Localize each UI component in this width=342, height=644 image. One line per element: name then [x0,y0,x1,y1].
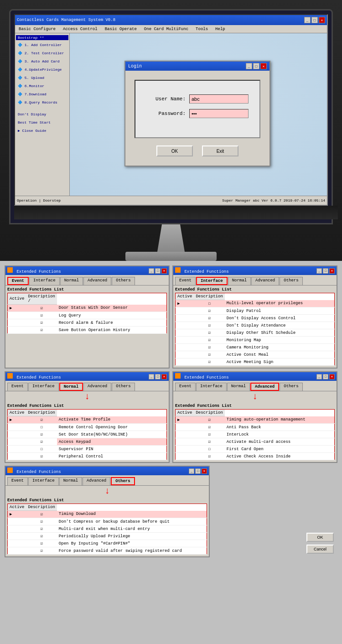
tab-others-advanced[interactable]: Advanced [83,477,110,485]
sidebar-update-privilege[interactable]: 🔷 4.UpdatePrivilege [16,66,68,74]
tab-event-advanced[interactable]: Advanced [83,277,111,285]
row-check[interactable]: ☑ [26,533,57,540]
row-check[interactable]: ☑ [194,344,224,351]
row-check[interactable]: ☑ [194,358,224,366]
row-check[interactable]: ☑ [26,416,57,424]
row-check[interactable]: ☐ [194,300,224,307]
panel-others-minimize[interactable]: _ [189,468,194,474]
row-check[interactable]: ☑ [194,315,224,322]
panel-normal-minimize[interactable]: _ [149,374,154,379]
row-check[interactable]: ☑ [194,416,224,424]
tab-interface-event[interactable]: Event [175,277,196,285]
row-check[interactable]: ☑ [26,327,57,334]
tab-others-normal[interactable]: Normal [59,477,82,485]
panel-others-maximize[interactable]: □ [195,468,201,474]
tab-event-normal[interactable]: Normal [60,277,83,285]
panel-advanced-maximize[interactable]: □ [323,374,328,379]
password-input[interactable] [189,109,249,118]
row-check[interactable]: ☑ [194,351,224,358]
tab-event-interface[interactable]: Interface [29,277,60,285]
tab-advanced-normal[interactable]: Normal [227,383,250,391]
sidebar-query-records[interactable]: 🔷 8.Query Records [16,99,68,107]
tab-interface-interface[interactable]: Interface [196,277,228,285]
panel-advanced-minimize[interactable]: _ [316,374,322,379]
login-exit-button[interactable]: Exit [202,145,238,156]
tab-interface-others[interactable]: Others [280,277,302,285]
tab-normal-others[interactable]: Others [112,383,135,391]
sidebar-auto-add-card[interactable]: 🔷 3. Auto Add Card [16,57,68,66]
panel-interface-close[interactable]: ✕ [329,268,335,274]
minimize-btn[interactable]: _ [304,17,311,23]
row-check[interactable]: ☐ [194,446,224,453]
panel-event-close[interactable]: ✕ [161,268,167,274]
login-maximize[interactable]: □ [253,63,259,69]
panel-interface-minimize[interactable]: _ [316,268,322,274]
row-check[interactable]: ☑ [194,453,224,460]
login-close[interactable]: ✕ [260,63,267,69]
row-check[interactable]: ☑ [26,312,57,319]
tab-others-event[interactable]: Event [7,477,28,485]
row-check[interactable]: ☑ [194,438,224,446]
tab-advanced-advanced[interactable]: Advanced [250,383,279,391]
tab-normal-interface[interactable]: Interface [28,383,59,391]
row-check[interactable]: ☑ [194,307,224,315]
row-check[interactable]: ☐ [26,424,57,431]
row-check[interactable]: ☑ [26,453,57,460]
tab-event-event[interactable]: Event [7,277,29,285]
tab-normal-advanced[interactable]: Advanced [83,383,111,391]
row-check[interactable]: ☑ [26,431,57,438]
menu-tools[interactable]: Tools [194,27,210,31]
sidebar-dont-display[interactable]: Don't Display [16,110,68,119]
row-check[interactable]: ☑ [26,540,57,547]
panel-normal-close[interactable]: ✕ [161,374,167,379]
panel-interface-maximize[interactable]: □ [323,268,328,274]
maximize-btn[interactable]: □ [311,17,318,23]
login-minimize[interactable]: _ [246,63,252,69]
panel-others-close[interactable]: ✕ [202,468,207,474]
sidebar-best-time-start[interactable]: Best Time Start [16,119,68,127]
row-check[interactable]: ☑ [26,525,57,533]
menu-basic-configure[interactable]: Basic Configure [17,27,57,31]
tab-others-others[interactable]: Others [111,477,135,485]
sidebar-test-controller[interactable]: 🔷 2. Test Controller [16,49,68,57]
tab-interface-normal[interactable]: Normal [228,277,251,285]
row-check[interactable]: ☐ [26,446,57,453]
sidebar-monitor[interactable]: 🔷 6.Monitor [16,82,68,90]
menu-one-card[interactable]: One Card MultiFunc [142,27,190,31]
row-check[interactable]: ☑ [194,424,224,431]
row-check[interactable]: ☑ [26,305,57,312]
tab-normal-normal[interactable]: Normal [59,383,83,391]
sidebar-download[interactable]: 🔷 7.Download [16,90,68,99]
tab-advanced-interface[interactable]: Interface [196,383,227,391]
menu-access-control[interactable]: Access Control [61,27,99,31]
sidebar-upload[interactable]: 🔷 5. Upload [16,74,68,82]
tab-event-others[interactable]: Others [112,277,135,285]
panel-event-minimize[interactable]: _ [149,268,154,274]
tab-interface-advanced[interactable]: Advanced [251,277,279,285]
ok-button[interactable]: OK [306,533,334,542]
row-check[interactable]: ☑ [26,511,57,518]
panel-advanced-close[interactable]: ✕ [329,374,335,379]
row-check[interactable]: ☑ [194,337,224,344]
row-check[interactable]: ☑ [26,438,57,446]
row-check[interactable]: ☑ [26,518,57,525]
menu-help[interactable]: Help [213,27,227,31]
panel-normal-maximize[interactable]: □ [155,374,161,379]
row-check[interactable]: ☑ [194,431,224,438]
tab-normal-event[interactable]: Event [7,383,28,391]
row-check[interactable]: ☑ [26,547,57,555]
cancel-button[interactable]: Cancel [306,545,334,554]
sidebar-add-controller[interactable]: 🔷 1. Add Controller [16,41,68,49]
username-input[interactable] [189,94,249,104]
row-check[interactable]: ☑ [26,319,57,327]
row-check[interactable]: ☑ [194,322,224,329]
sidebar-close-guide[interactable]: ▶ Close Guide [16,127,68,135]
tab-advanced-event[interactable]: Event [175,383,196,391]
menu-basic-operate[interactable]: Basic Operate [103,27,139,31]
panel-event-maximize[interactable]: □ [155,268,161,274]
close-btn[interactable]: ✕ [319,17,325,23]
tab-others-interface[interactable]: Interface [28,477,59,485]
login-ok-button[interactable]: OK [156,145,193,156]
tab-advanced-others[interactable]: Others [280,383,302,391]
row-check[interactable]: ☑ [194,329,224,337]
